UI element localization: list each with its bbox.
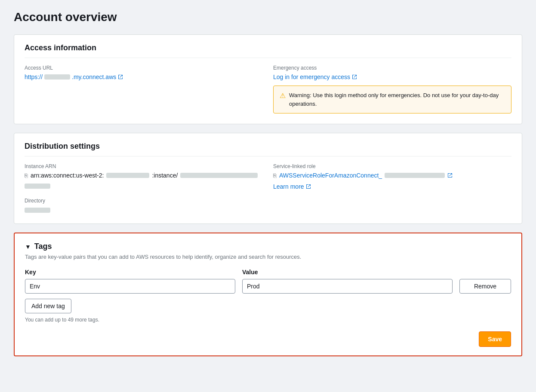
arn-instance-suffix: :instance/ (152, 172, 178, 179)
warning-box: ⚠ Warning: Use this login method only fo… (273, 86, 511, 113)
directory-label: Directory (25, 198, 263, 204)
access-url-suffix: .my.connect.aws (72, 74, 116, 80)
emergency-login-link[interactable]: Log in for emergency access (273, 74, 357, 80)
value-column-label: Value (242, 269, 453, 276)
tags-hint-text: You can add up to 49 more tags. (25, 317, 511, 323)
access-url-text: https:// (25, 74, 43, 80)
instance-arn-label: Instance ARN (25, 163, 263, 169)
tags-description: Tags are key-value pairs that you can ad… (25, 254, 511, 260)
tag-row: Remove (25, 279, 511, 294)
arn-extra-redacted (25, 184, 50, 189)
arn-instance-id-redacted (180, 173, 258, 178)
learn-more-external-icon (306, 184, 311, 189)
service-role-link[interactable]: AWSServiceRoleForAmazonConnect_ (279, 172, 445, 179)
arn-prefix: arn:aws:connect:us-west-2: (31, 172, 104, 179)
access-url-link[interactable]: https://.my.connect.aws (25, 74, 123, 80)
tag-key-input[interactable] (25, 279, 235, 294)
service-role-label: Service-linked role (273, 163, 511, 169)
copy-icon[interactable]: ⎘ (25, 172, 28, 179)
emergency-access-section: Emergency access Log in for emergency ac… (273, 65, 511, 113)
tags-header: ▼ Tags (25, 242, 511, 251)
access-url-redacted (44, 74, 70, 80)
key-column-label: Key (25, 269, 235, 276)
tags-title: Tags (34, 242, 52, 251)
tags-column-headers: Key Value (25, 269, 511, 276)
access-url-value: https://.my.connect.aws (25, 74, 263, 80)
access-info-title: Access information (25, 43, 511, 58)
instance-arn-section: Instance ARN ⎘ arn:aws:connect:us-west-2… (25, 163, 263, 213)
external-link-icon (118, 74, 123, 80)
tag-value-input[interactable] (242, 279, 453, 294)
distribution-settings-card: Distribution settings Instance ARN ⎘ arn… (14, 133, 522, 224)
service-role-copy-icon[interactable]: ⎘ (273, 172, 277, 179)
emergency-link-wrapper: Log in for emergency access (273, 74, 511, 80)
access-url-label: Access URL (25, 65, 263, 71)
warning-icon: ⚠ (280, 91, 286, 101)
tags-collapse-icon[interactable]: ▼ (25, 243, 31, 250)
tags-card: ▼ Tags Tags are key-value pairs that you… (14, 233, 522, 356)
remove-tag-button[interactable]: Remove (459, 279, 511, 294)
service-role-external-icon (447, 173, 453, 178)
learn-more-text: Learn more (273, 183, 304, 190)
arn-account-redacted (106, 173, 149, 178)
emergency-external-icon (352, 74, 357, 80)
service-role-row: ⎘ AWSServiceRoleForAmazonConnect_ (273, 172, 511, 179)
emergency-label: Emergency access (273, 65, 511, 71)
page-title: Account overview (14, 10, 522, 24)
arn-row: ⎘ arn:aws:connect:us-west-2::instance/ (25, 172, 263, 179)
access-url-section: Access URL https://.my.connect.aws (25, 65, 263, 113)
access-information-card: Access information Access URL https://.m… (14, 34, 522, 124)
add-new-tag-button[interactable]: Add new tag (25, 299, 71, 313)
distribution-title: Distribution settings (25, 142, 511, 156)
directory-value-redacted (25, 208, 50, 213)
learn-more-link[interactable]: Learn more (273, 183, 311, 190)
save-button[interactable]: Save (479, 331, 511, 347)
service-role-section: Service-linked role ⎘ AWSServiceRoleForA… (273, 163, 511, 213)
save-row: Save (25, 331, 511, 347)
emergency-link-text: Log in for emergency access (273, 74, 350, 80)
warning-text: Warning: Use this login method only for … (289, 91, 505, 108)
service-role-redacted (385, 173, 445, 178)
service-role-name: AWSServiceRoleForAmazonConnect_ (279, 172, 382, 179)
